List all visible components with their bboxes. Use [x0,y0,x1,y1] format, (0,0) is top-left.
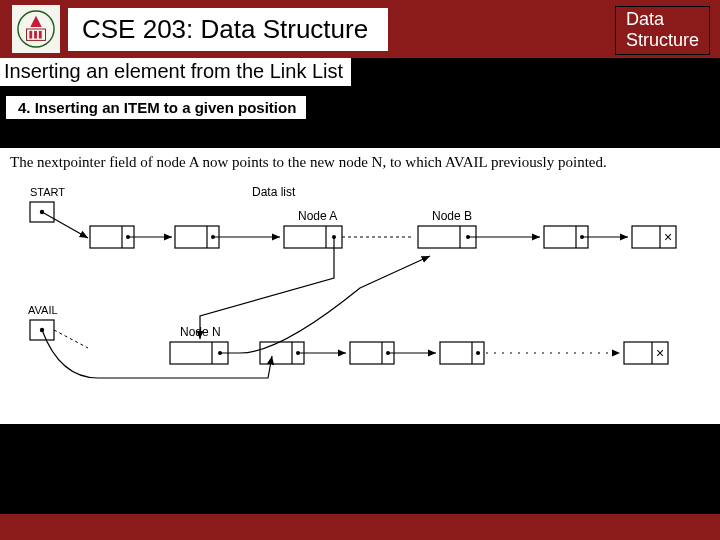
terminator-top: × [664,229,672,245]
svg-rect-2 [29,31,32,39]
svg-line-33 [54,330,88,348]
diagram-caption: The nextpointer field of node A now poin… [0,148,720,171]
linked-list-diagram: START Data list Node A Node B [0,178,720,418]
slide-subtitle: Inserting an element from the Link List [0,58,351,86]
start-label: START [30,186,65,198]
footer-bar [0,514,720,540]
node-a-label: Node A [298,209,337,223]
diagram-area: The nextpointer field of node A now poin… [0,148,720,424]
section-heading: 4. Inserting an ITEM to a given position [6,96,306,119]
svg-rect-3 [34,31,37,39]
avail-label: AVAIL [28,304,58,316]
svg-line-8 [42,212,88,238]
badge-line2: Structure [626,30,699,51]
header-bar: CSE 203: Data Structure Data Structure [0,0,720,58]
badge-line1: Data [626,9,699,30]
node-n-label: Node N [180,325,221,339]
svg-rect-4 [39,31,42,39]
svg-point-5 [34,19,39,24]
node-b-label: Node B [432,209,472,223]
topic-badge: Data Structure [615,6,710,55]
terminator-bottom: × [656,345,664,361]
university-logo [12,5,60,53]
data-list-label: Data list [252,185,296,199]
course-title: CSE 203: Data Structure [68,8,388,51]
